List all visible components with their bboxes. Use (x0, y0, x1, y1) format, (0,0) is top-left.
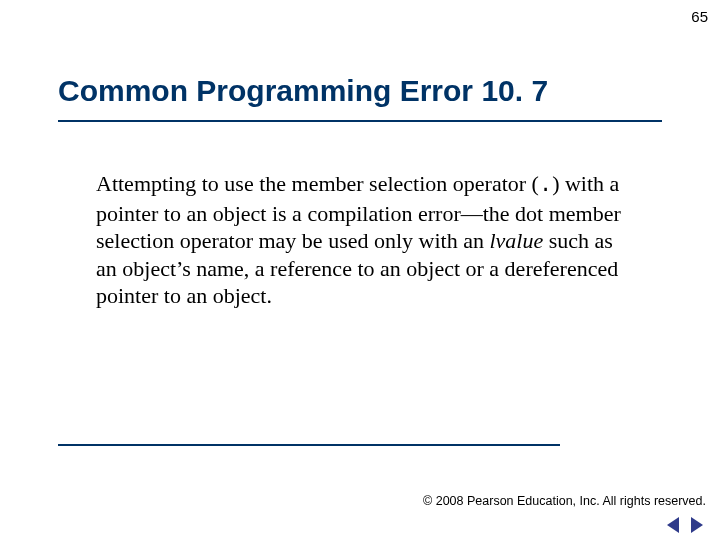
copyright-text: © 2008 Pearson Education, Inc. All right… (423, 494, 706, 508)
operator-dot: . (539, 173, 552, 198)
triangle-left-icon (667, 517, 679, 533)
nav-controls (664, 516, 706, 534)
body-segment: Attempting to use the member selection o… (96, 171, 539, 196)
term-lvalue: lvalue (489, 228, 543, 253)
triangle-right-icon (691, 517, 703, 533)
divider-bottom (58, 444, 560, 446)
prev-button[interactable] (664, 516, 682, 534)
page-title: Common Programming Error 10. 7 (58, 74, 548, 108)
page-number: 65 (691, 8, 708, 25)
body-paragraph: Attempting to use the member selection o… (96, 170, 636, 310)
next-button[interactable] (688, 516, 706, 534)
divider-top (58, 120, 662, 122)
